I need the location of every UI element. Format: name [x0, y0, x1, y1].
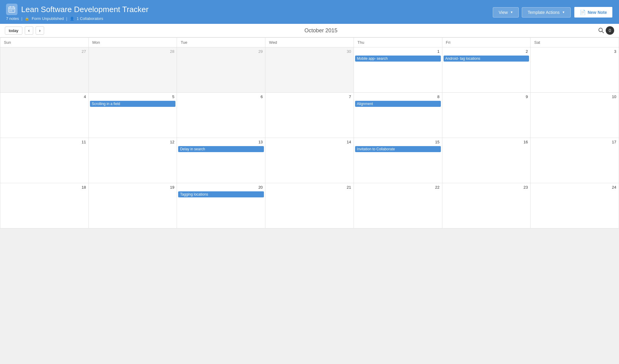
day-number: 29	[178, 49, 264, 55]
day-number: 3	[532, 49, 617, 55]
svg-rect-7	[10, 11, 11, 11]
calendar-day-cell[interactable]: 19	[88, 183, 177, 228]
sep1: |	[21, 16, 22, 21]
svg-rect-5	[11, 9, 12, 10]
calendar-day-cell[interactable]: 12	[88, 138, 177, 183]
calendar-week-row: 272829301Mobile app- search2Android- tag…	[0, 47, 619, 93]
event-pill[interactable]: Mobile app- search	[355, 56, 441, 62]
new-note-button[interactable]: 📄 New Note	[574, 6, 613, 18]
day-number: 28	[90, 49, 176, 55]
calendar-day-cell[interactable]: 23	[442, 183, 531, 228]
calendar-day-cell[interactable]: 24	[531, 183, 619, 228]
calendar-day-cell[interactable]: 30	[265, 47, 354, 93]
day-number: 6	[178, 94, 264, 100]
calendar-day-cell[interactable]: 18	[0, 183, 89, 228]
template-chevron-icon: ▼	[562, 11, 565, 14]
calendar-day-cell[interactable]: 14	[265, 138, 354, 183]
calendar-header-row: Sun Mon Tue Wed Thu Fri Sat	[0, 38, 619, 47]
calendar-day-cell[interactable]: 28	[88, 47, 177, 93]
calendar-day-cell[interactable]: 17	[531, 138, 619, 183]
svg-line-10	[602, 31, 604, 33]
event-pill[interactable]: Delay in search	[178, 146, 264, 152]
day-number: 16	[444, 139, 529, 145]
day-number: 19	[90, 184, 176, 191]
day-number: 30	[267, 49, 352, 55]
calendar-day-cell[interactable]: 27	[0, 47, 89, 93]
calendar-day-cell[interactable]: 22	[354, 183, 442, 228]
calendar-day-cell[interactable]: 2Android- tag locations	[442, 47, 531, 93]
day-number: 18	[2, 184, 87, 191]
calendar-month-title: October 2015	[47, 27, 595, 34]
day-number: 22	[355, 184, 441, 191]
app-header: Lean Software Development Tracker 7 note…	[0, 0, 619, 24]
app-logo-icon	[6, 4, 18, 15]
day-header-sat: Sat	[531, 38, 619, 47]
day-number: 13	[178, 139, 264, 145]
calendar-day-cell[interactable]: 16	[442, 138, 531, 183]
day-header-thu: Thu	[354, 38, 442, 47]
template-label: Template Actions	[528, 10, 560, 15]
new-note-doc-icon: 📄	[580, 9, 586, 15]
calendar-nav: today ‹ › October 2015 0	[0, 24, 619, 37]
lock-icon: 🔒	[25, 17, 29, 21]
day-header-wed: Wed	[265, 38, 354, 47]
calendar-day-cell[interactable]: 5Scrolling in a field	[88, 93, 177, 138]
day-number: 7	[267, 94, 352, 100]
calendar-day-cell[interactable]: 9	[442, 93, 531, 138]
calendar-body: 272829301Mobile app- search2Android- tag…	[0, 47, 619, 228]
calendar-day-cell[interactable]: 10	[531, 93, 619, 138]
calendar-day-cell[interactable]: 8Alignment	[354, 93, 442, 138]
day-header-mon: Mon	[88, 38, 177, 47]
event-pill[interactable]: Tagging locations	[178, 191, 264, 197]
event-pill[interactable]: Invitation to Collaborate	[355, 146, 441, 152]
day-number: 11	[2, 139, 87, 145]
calendar-day-cell[interactable]: 20Tagging locations	[177, 183, 265, 228]
calendar-day-cell[interactable]: 1Mobile app- search	[354, 47, 442, 93]
view-button[interactable]: View ▼	[493, 7, 519, 18]
event-pill[interactable]: Alignment	[355, 101, 441, 107]
day-number: 17	[532, 139, 617, 145]
day-number: 10	[532, 94, 617, 100]
day-number: 8	[355, 94, 441, 100]
calendar-day-cell[interactable]: 11	[0, 138, 89, 183]
calendar-day-cell[interactable]: 15Invitation to Collaborate	[354, 138, 442, 183]
day-header-fri: Fri	[442, 38, 531, 47]
day-number: 20	[178, 184, 264, 191]
svg-rect-8	[11, 11, 12, 11]
calendar-day-cell[interactable]: 6	[177, 93, 265, 138]
prev-month-button[interactable]: ‹	[25, 26, 33, 35]
day-number: 24	[532, 184, 617, 191]
calendar-week-row: 181920Tagging locations21222324	[0, 183, 619, 228]
event-pill[interactable]: Android- tag locations	[444, 56, 529, 62]
view-chevron-icon: ▼	[510, 11, 513, 14]
calendar-table: Sun Mon Tue Wed Thu Fri Sat 272829301Mob…	[0, 37, 619, 228]
day-number: 21	[267, 184, 352, 191]
calendar-week-row: 45Scrolling in a field678Alignment910	[0, 93, 619, 138]
day-number: 1	[355, 49, 441, 55]
header-right: View ▼ Template Actions ▼ 📄 New Note	[493, 6, 613, 18]
day-header-tue: Tue	[177, 38, 265, 47]
calendar-day-cell[interactable]: 7	[265, 93, 354, 138]
next-month-button[interactable]: ›	[36, 26, 44, 35]
template-actions-button[interactable]: Template Actions ▼	[522, 7, 571, 18]
person-icon: 👤	[70, 17, 74, 21]
calendar-grid-wrapper: Sun Mon Tue Wed Thu Fri Sat 272829301Mob…	[0, 37, 619, 228]
event-pill[interactable]: Scrolling in a field	[90, 101, 176, 107]
header-left: Lean Software Development Tracker 7 note…	[6, 4, 149, 21]
calendar-day-cell[interactable]: 3	[531, 47, 619, 93]
calendar-day-cell[interactable]: 21	[265, 183, 354, 228]
header-meta: 7 notes | 🔒 Form Unpublished | 👤 1 Colla…	[6, 16, 149, 21]
day-number: 2	[444, 49, 529, 55]
notes-count: 7 notes	[6, 16, 19, 21]
calendar-day-cell[interactable]: 29	[177, 47, 265, 93]
day-number: 23	[444, 184, 529, 191]
calendar-day-cell[interactable]: 13Delay in search	[177, 138, 265, 183]
day-number: 15	[355, 139, 441, 145]
prev-arrow-icon: ‹	[28, 28, 30, 33]
search-icon[interactable]	[598, 27, 605, 34]
search-count-badge: 0	[606, 26, 614, 35]
calendar-day-cell[interactable]: 4	[0, 93, 89, 138]
svg-rect-4	[10, 9, 11, 10]
today-button[interactable]: today	[5, 27, 22, 35]
app-title: Lean Software Development Tracker	[21, 5, 149, 14]
